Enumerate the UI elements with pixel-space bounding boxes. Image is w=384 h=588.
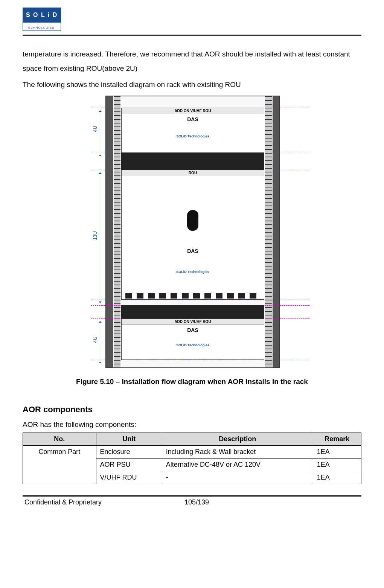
logo-brand-text: S O L i D xyxy=(26,12,58,18)
footer-spacer xyxy=(292,498,360,506)
dimension-label-bot: 4U xyxy=(92,337,98,343)
td-remark: 1EA xyxy=(313,459,361,471)
page-footer: Confidential & Proprietary 105/139 xyxy=(23,498,361,506)
paragraph-1: temperature is increased. Therefore, we … xyxy=(23,47,361,76)
dimension-line-mid xyxy=(100,173,100,303)
td-unit: V/UHF RDU xyxy=(96,471,162,484)
header-divider xyxy=(23,35,361,36)
rack-outer-rail-right xyxy=(273,96,279,367)
unit-label: ROU xyxy=(122,170,264,176)
das-logo-text: DAS xyxy=(122,248,264,254)
th-remark: Remark xyxy=(313,433,361,446)
th-unit: Unit xyxy=(96,433,162,446)
paragraph-2: The following shows the installed diagra… xyxy=(23,78,361,92)
td-group: Common Part xyxy=(23,446,96,484)
guide-line xyxy=(91,360,309,360)
td-unit: Enclosure xyxy=(96,446,162,459)
components-table: No. Unit Description Remark Common Part … xyxy=(23,433,361,484)
dimension-label-mid: 13U xyxy=(92,231,98,240)
section-heading: AOR components xyxy=(23,405,361,414)
rack-unit-rou: ROU DAS SOLiD Technologies xyxy=(121,170,264,300)
rack-rail-left xyxy=(114,96,120,367)
guide-line xyxy=(91,300,309,300)
rack-gap xyxy=(121,305,264,318)
section-intro: AOR has the following components: xyxy=(23,417,361,432)
table-row: Common Part Enclosure Including Rack & W… xyxy=(23,446,361,459)
td-unit: AOR PSU xyxy=(96,459,162,471)
td-desc: Alternative DC-48V or AC 120V xyxy=(162,459,313,471)
td-remark: 1EA xyxy=(313,471,361,484)
rack-diagram-wrapper: ADD ON V/UHF ROU DAS SOLiD Technologies … xyxy=(87,96,297,368)
footer-left: Confidential & Proprietary xyxy=(24,498,102,506)
th-description: Description xyxy=(162,433,313,446)
solid-brand-text: SOLiD Technologies xyxy=(122,343,264,347)
brand-logo: S O L i D TECHNOLOGIES xyxy=(23,8,61,31)
rack-unit-addon-bottom: ADD ON V/UHF ROU DAS SOLiD Technologies xyxy=(121,318,264,360)
rack-rail-right xyxy=(265,96,272,367)
logo-sub-text: TECHNOLOGIES xyxy=(26,26,55,29)
footer-divider xyxy=(23,495,361,497)
rack-gap xyxy=(121,153,264,170)
td-remark: 1EA xyxy=(313,446,361,459)
rack-diagram: ADD ON V/UHF ROU DAS SOLiD Technologies … xyxy=(105,96,280,368)
dimension-line-bot xyxy=(100,321,100,363)
connector-row xyxy=(125,293,260,299)
figure-caption: Figure 5.10 – Installation flow diagram … xyxy=(23,378,361,386)
unit-label: ADD ON V/UHF ROU xyxy=(122,319,264,325)
dimension-label-top: 4U xyxy=(92,126,98,132)
footer-page-number: 105/139 xyxy=(184,498,209,506)
td-desc: - xyxy=(162,471,313,484)
solid-brand-text: SOLiD Technologies xyxy=(122,270,264,274)
table-header-row: No. Unit Description Remark xyxy=(23,433,361,446)
rou-module-icon xyxy=(187,210,198,231)
das-logo-text: DAS xyxy=(122,327,264,333)
rack-unit-addon-top: ADD ON V/UHF ROU DAS SOLiD Technologies xyxy=(121,108,264,153)
unit-label: ADD ON V/UHF ROU xyxy=(122,108,264,114)
dimension-line-top xyxy=(100,111,100,156)
th-no: No. xyxy=(23,433,96,446)
rack-outer-rail-left xyxy=(106,96,113,367)
td-desc: Including Rack & Wall bracket xyxy=(162,446,313,459)
das-logo-text: DAS xyxy=(122,116,264,122)
solid-brand-text: SOLiD Technologies xyxy=(122,134,264,138)
